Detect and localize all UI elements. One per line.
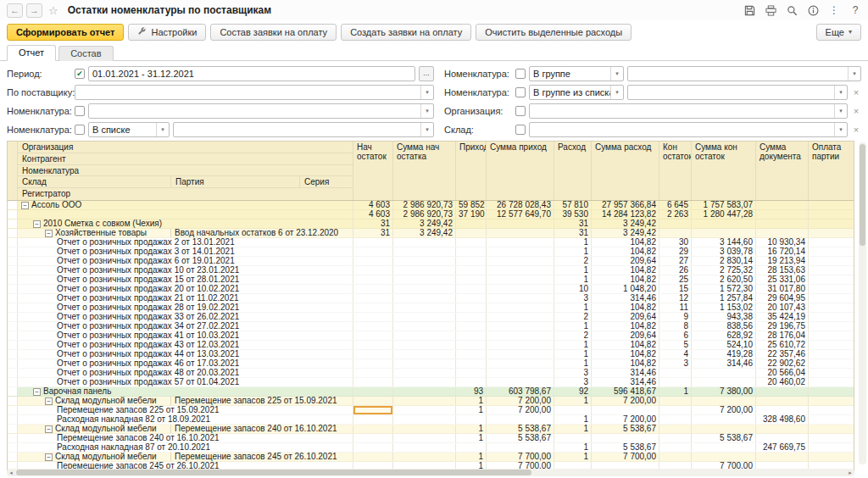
table-cell[interactable] [591, 434, 659, 442]
table-cell[interactable] [353, 369, 392, 377]
table-cell[interactable]: 3 249,42 [392, 229, 455, 237]
table-cell[interactable] [659, 415, 691, 424]
chevron-down-icon[interactable]: ▾ [420, 104, 433, 118]
table-cell[interactable]: 25 610,72 [755, 341, 808, 349]
row-label-cell[interactable]: Отчет о розничных продажах 44 от 13.03.2… [18, 350, 353, 358]
table-cell[interactable] [691, 425, 755, 433]
table-cell[interactable] [455, 229, 486, 237]
column-header[interactable]: Сумма расход [591, 142, 659, 200]
tab-report[interactable]: Отчет [7, 45, 56, 61]
collapse-expander-icon[interactable]: − [33, 388, 41, 396]
table-cell[interactable] [808, 434, 854, 442]
table-cell[interactable]: 10 930,34 [755, 238, 808, 247]
column-header-batch[interactable]: Партия [170, 176, 299, 187]
nomenclature-field[interactable]: ▾ [173, 122, 434, 137]
table-cell[interactable] [353, 378, 392, 386]
column-header[interactable]: Сумма кон остаток [691, 142, 755, 200]
table-cell[interactable] [808, 453, 854, 461]
table-cell[interactable]: 314,46 [591, 294, 659, 303]
table-cell[interactable]: 2 263 [659, 210, 691, 219]
table-cell[interactable]: 6 645 [659, 201, 691, 209]
table-row[interactable]: Отчет о розничных продажах 43 от 12.03.2… [8, 341, 854, 350]
table-cell[interactable]: 31 017,80 [755, 285, 808, 293]
table-cell[interactable] [392, 434, 455, 442]
table-cell[interactable] [353, 266, 392, 275]
table-cell[interactable]: 2 [554, 313, 591, 321]
table-row[interactable]: −Ассоль ООО4 6032 986 920,7359 85226 728… [8, 201, 854, 210]
table-cell[interactable] [455, 322, 486, 331]
table-cell[interactable]: 59 852 [455, 201, 486, 209]
table-cell[interactable]: 1 [455, 434, 486, 442]
table-cell[interactable] [691, 453, 755, 461]
row-label-cell[interactable]: Отчет о розничных продажах 6 от 19.01.20… [18, 257, 353, 265]
table-cell[interactable] [755, 434, 808, 442]
table-cell[interactable] [455, 220, 486, 228]
table-cell[interactable] [392, 453, 455, 461]
table-row[interactable]: Отчет о розничных продажах 44 от 13.03.2… [8, 350, 854, 359]
table-cell[interactable]: 1 [554, 303, 591, 312]
table-cell[interactable] [455, 331, 486, 340]
table-cell[interactable] [392, 257, 455, 265]
table-cell[interactable]: 5 538,67 [591, 425, 659, 433]
table-cell[interactable] [353, 275, 392, 284]
table-cell[interactable]: 12 [659, 294, 691, 303]
table-cell[interactable] [808, 425, 854, 433]
warehouse-field[interactable]: ▾ [529, 122, 848, 137]
table-cell[interactable]: 104,82 [591, 350, 659, 358]
table-cell[interactable] [808, 369, 854, 377]
table-cell[interactable]: 247 669,75 [755, 443, 808, 452]
table-cell[interactable]: 31 [353, 220, 392, 228]
table-cell[interactable]: 5 538,67 [486, 425, 554, 433]
table-cell[interactable] [808, 220, 854, 228]
table-cell[interactable]: 4 603 [353, 210, 392, 219]
table-cell[interactable]: 5 538,67 [486, 434, 554, 442]
table-cell[interactable] [691, 415, 755, 424]
table-row[interactable]: −Варочная панель93603 798,6792596 418,67… [8, 387, 854, 397]
table-cell[interactable] [455, 378, 486, 386]
clear-expenses-button[interactable]: Очистить выделенные расходы [476, 24, 632, 41]
table-cell[interactable] [808, 210, 854, 219]
search-icon[interactable] [786, 4, 798, 16]
table-cell[interactable]: 3 [554, 294, 591, 303]
row-label-cell[interactable]: Отчет о розничных продажах 33 от 26.02.2… [18, 313, 353, 321]
table-cell[interactable] [392, 266, 455, 275]
table-cell[interactable]: 7 380,00 [691, 387, 755, 396]
table-cell[interactable] [691, 369, 755, 377]
table-cell[interactable] [392, 406, 455, 414]
table-cell[interactable]: 3 [554, 378, 591, 386]
chevron-down-icon[interactable]: ▾ [610, 86, 623, 99]
table-cell[interactable] [486, 229, 554, 237]
table-row[interactable]: Отчет о розничных продажах 2 от 13.01.20… [8, 238, 854, 247]
info-icon[interactable] [807, 4, 819, 16]
table-cell[interactable] [808, 397, 854, 405]
table-cell[interactable]: 314,46 [591, 369, 659, 377]
table-cell[interactable]: 7 200,00 [591, 415, 659, 424]
table-cell[interactable] [486, 341, 554, 349]
period-field[interactable]: 01.01.2021 - 31.12.2021 [88, 66, 415, 81]
table-cell[interactable]: 3 [554, 369, 591, 377]
table-cell[interactable]: 1 [455, 425, 486, 433]
table-cell[interactable] [353, 341, 392, 349]
table-cell[interactable]: 20 460,02 [755, 378, 808, 386]
warehouse-checkbox[interactable] [515, 125, 526, 135]
row-label-cell[interactable]: Отчет о розничных продажах 20 от 10.02.2… [18, 285, 353, 293]
table-row[interactable]: Отчет о розничных продажах 48 от 20.03.2… [8, 369, 854, 378]
table-cell[interactable] [455, 238, 486, 247]
collapse-expander-icon[interactable]: − [45, 397, 53, 405]
table-cell[interactable]: 2 986 920,73 [392, 201, 455, 209]
table-cell[interactable] [659, 434, 691, 442]
table-cell[interactable] [392, 415, 455, 424]
table-cell[interactable]: 3 039,78 [691, 247, 755, 256]
row-label-cell[interactable]: Отчет о розничных продажах 3 от 14.01.20… [18, 247, 353, 256]
table-cell[interactable] [486, 220, 554, 228]
favorite-star-icon[interactable]: ☆ [48, 4, 58, 17]
table-cell[interactable]: 37 190 [455, 210, 486, 219]
table-cell[interactable] [392, 285, 455, 293]
create-payment-button[interactable]: Создать заявки на оплату [341, 24, 471, 41]
forward-button[interactable]: → [26, 3, 42, 18]
table-cell[interactable] [392, 397, 455, 405]
table-row[interactable]: Отчет о розничных продажах 21 от 11.02.2… [8, 294, 854, 303]
column-header[interactable]: Кон остаток [659, 142, 691, 200]
table-cell[interactable]: 603 798,67 [486, 387, 554, 396]
table-cell[interactable] [808, 285, 854, 293]
